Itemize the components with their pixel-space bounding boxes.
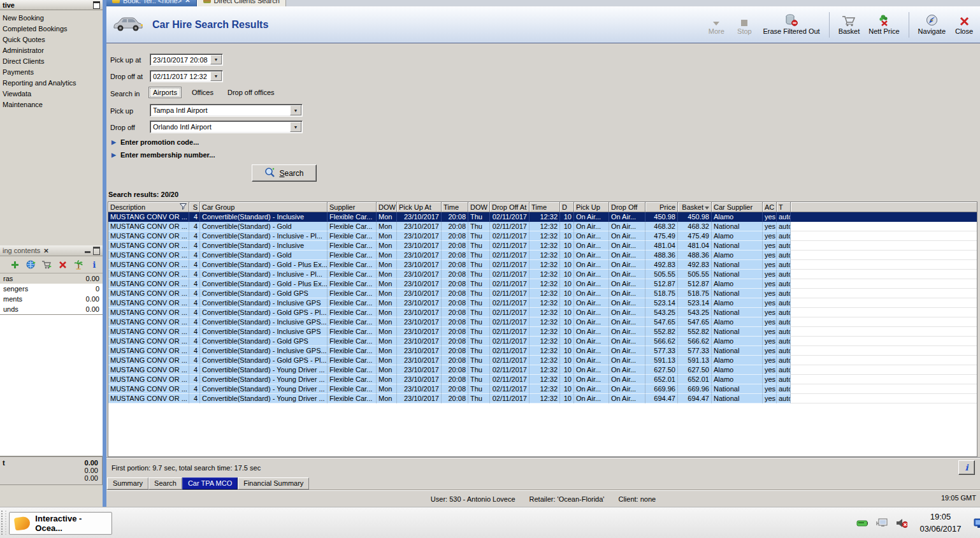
table-row[interactable]: MUSTANG CONV OR ...4Convertible(Standard… — [108, 317, 977, 327]
column-header-t[interactable]: T — [777, 202, 791, 212]
search-in-offices[interactable]: Offices — [188, 87, 217, 98]
filter-funnel-icon[interactable] — [180, 203, 187, 211]
holiday-palm-icon[interactable] — [73, 259, 83, 270]
taskbar-app-button[interactable]: Interactive - Ocea... — [9, 512, 112, 535]
column-header-car-supplier[interactable]: Car Supplier — [712, 202, 763, 212]
column-header-d[interactable]: D — [560, 202, 574, 212]
column-header-time[interactable]: Time — [442, 202, 468, 212]
pick-up-at-field[interactable]: 23/10/2017 20:08 ▼ — [150, 54, 223, 66]
table-row[interactable]: MUSTANG CONV OR ...4Convertible(Standard… — [108, 384, 977, 394]
column-header-description[interactable]: Description — [108, 202, 189, 212]
erase-filtered-out-button[interactable]: Erase Filtered Out — [763, 14, 819, 35]
sidebar-item-direct-clients[interactable]: Direct Clients — [0, 56, 103, 67]
column-header-pick-up[interactable]: Pick Up — [574, 202, 609, 212]
tab-summary[interactable]: Summary — [107, 477, 148, 490]
drop-off-at-field[interactable]: 02/11/2017 12:32 ▼ — [150, 70, 223, 82]
sidebar-item-viewdata[interactable]: Viewdata — [0, 89, 103, 99]
pick-up-field[interactable]: Tampa Intl Airport ▼ — [150, 104, 303, 117]
tab-direct-clients-search[interactable]: Direct Clients Search — [197, 0, 286, 6]
column-header-basket[interactable]: Basket — [678, 202, 712, 212]
monitor-tray-icon[interactable] — [974, 518, 980, 529]
sidebar-item-completed-bookings[interactable]: Completed Bookings — [0, 24, 103, 34]
table-row[interactable]: MUSTANG CONV OR ...4Convertible(Standard… — [108, 279, 977, 289]
table-row[interactable]: MUSTANG CONV OR ...4Convertible(Standard… — [108, 222, 977, 231]
column-header-car-group[interactable]: Car Group — [200, 202, 328, 212]
basket-button[interactable]: Basket — [839, 14, 860, 35]
chevron-down-icon[interactable]: ▼ — [290, 105, 301, 115]
table-row[interactable]: MUSTANG CONV OR ...4Convertible(Standard… — [108, 308, 977, 317]
chevron-down-icon[interactable]: ▼ — [290, 122, 301, 132]
tab-financial-summary[interactable]: Financial Summary — [238, 477, 309, 490]
table-row[interactable]: MUSTANG CONV OR ...4Convertible(Standard… — [108, 212, 977, 222]
tab-car-tpa-mco[interactable]: Car TPA MCO — [182, 477, 238, 490]
column-header-pick-up-at[interactable]: Pick Up At — [397, 202, 442, 212]
sidebar-item-reporting-and-analytics[interactable]: Reporting and Analytics — [0, 78, 103, 89]
table-row[interactable]: MUSTANG CONV OR ...4Convertible(Standard… — [108, 356, 977, 365]
tab-search[interactable]: Search — [148, 477, 182, 490]
minimize-panel-icon[interactable] — [85, 251, 90, 253]
table-row[interactable]: MUSTANG CONV OR ...4Convertible(Standard… — [108, 231, 977, 241]
table-row[interactable]: MUSTANG CONV OR ...4Convertible(Standard… — [108, 298, 977, 308]
chevron-down-icon[interactable]: ▼ — [210, 55, 222, 64]
column-header-dow[interactable]: DOW — [377, 202, 397, 212]
column-header-ac[interactable]: AC — [763, 202, 777, 212]
promotion-code-expander[interactable]: ▶ Enter promotion code... — [112, 138, 199, 146]
table-row[interactable]: MUSTANG CONV OR ...4Convertible(Standard… — [108, 251, 977, 260]
more-button[interactable]: More — [707, 14, 726, 35]
table-cell: Thu — [468, 270, 490, 279]
table-row[interactable]: MUSTANG CONV OR ...4Convertible(Standard… — [108, 260, 977, 270]
add-icon[interactable] — [10, 259, 20, 270]
volume-muted-tray-icon[interactable] — [896, 518, 907, 529]
drop-off-field[interactable]: Orlando Intl Airport ▼ — [150, 120, 303, 133]
results-table[interactable]: DescriptionSCar GroupSupplierDOWPick Up … — [108, 201, 977, 457]
navigate-button[interactable]: Navigate — [918, 14, 946, 35]
search-in-drop-off-offices[interactable]: Drop off offices — [224, 87, 278, 98]
delete-icon[interactable] — [57, 259, 68, 270]
table-row[interactable]: MUSTANG CONV OR ...4Convertible(Standard… — [108, 327, 977, 337]
table-row[interactable]: MUSTANG CONV OR ...4Convertible(Standard… — [108, 346, 977, 356]
column-header-supplier[interactable]: Supplier — [328, 202, 377, 212]
table-row[interactable]: MUSTANG CONV OR ...4Convertible(Standard… — [108, 337, 977, 346]
membership-number-expander[interactable]: ▶ Enter membership number... — [112, 151, 215, 159]
sidebar-item-maintenance[interactable]: Maintenance — [0, 99, 103, 110]
maximize-panel-icon[interactable] — [93, 247, 100, 255]
column-header-dow[interactable]: DOW — [468, 202, 490, 212]
column-header-drop-off[interactable]: Drop Off — [609, 202, 645, 212]
basket-add-icon[interactable] — [41, 259, 52, 270]
column-header-s[interactable]: S — [189, 202, 200, 212]
table-row[interactable]: MUSTANG CONV OR ...4Convertible(Standard… — [108, 270, 977, 279]
antivirus-tray-icon[interactable] — [837, 517, 849, 529]
column-header-time[interactable]: Time — [530, 202, 560, 212]
taskbar-clock[interactable]: 19:05 03/06/2017 — [916, 511, 965, 535]
info-button[interactable]: i — [958, 460, 975, 475]
search-button[interactable]: Search — [252, 164, 317, 182]
taskbar-grip[interactable] — [1, 511, 6, 535]
tab-booking-terminal[interactable]: Book. Ter.. <none> ✕ — [106, 0, 197, 6]
search-results-count: Search results: 20/20 — [108, 191, 178, 198]
computer-plug-tray-icon[interactable] — [876, 518, 888, 529]
info-icon[interactable]: i — [89, 259, 99, 270]
column-header-drop-off-at[interactable]: Drop Off At — [490, 202, 530, 212]
search-in-airports[interactable]: Airports — [148, 87, 182, 98]
chevron-down-icon[interactable]: ▼ — [210, 71, 222, 81]
sidebar-item-new-booking[interactable]: New Booking — [0, 13, 103, 24]
sidebar-item-administrator[interactable]: Administrator — [0, 45, 103, 56]
refresh-globe-icon[interactable] — [25, 259, 36, 270]
table-row[interactable]: MUSTANG CONV OR ...4Convertible(Standard… — [108, 394, 977, 404]
restore-window-icon[interactable] — [93, 1, 100, 9]
column-header-price[interactable]: Price — [645, 202, 678, 212]
close-panel-icon[interactable]: ✕ — [43, 247, 48, 254]
table-row[interactable]: MUSTANG CONV OR ...4Convertible(Standard… — [108, 241, 977, 251]
close-tab-icon[interactable]: ✕ — [185, 0, 190, 6]
sidebar-item-payments[interactable]: Payments — [0, 67, 103, 78]
table-row[interactable]: MUSTANG CONV OR ...4Convertible(Standard… — [108, 289, 977, 298]
sidebar-item-quick-quotes[interactable]: Quick Quotes — [0, 34, 103, 45]
table-cell: Flexible Car... — [328, 298, 377, 308]
network-card-tray-icon[interactable] — [856, 518, 868, 529]
table-cell: Convertible(Standard) - Inclusive - Pl..… — [200, 231, 328, 241]
stop-button[interactable]: Stop — [735, 14, 754, 35]
table-row[interactable]: MUSTANG CONV OR ...4Convertible(Standard… — [108, 365, 977, 375]
table-row[interactable]: MUSTANG CONV OR ...4Convertible(Standard… — [108, 375, 977, 384]
nett-price-button[interactable]: Nett Price — [868, 14, 899, 35]
close-button[interactable]: Close — [955, 14, 974, 35]
